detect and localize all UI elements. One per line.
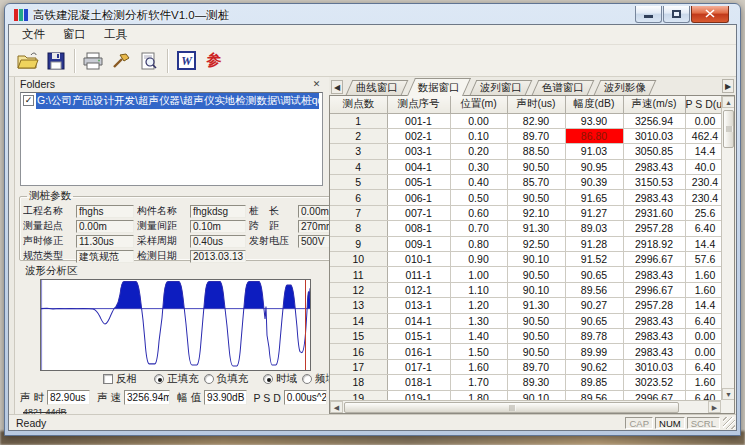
- table-cell[interactable]: 7: [330, 205, 387, 220]
- table-cell[interactable]: 6: [330, 190, 387, 205]
- table-cell[interactable]: 93.90: [565, 113, 623, 128]
- table-cell[interactable]: 6.40: [685, 313, 725, 328]
- table-cell[interactable]: 6.40: [685, 359, 725, 374]
- table-cell[interactable]: 90.50: [507, 159, 565, 174]
- tab-1[interactable]: 数据窗口: [407, 78, 471, 96]
- open-file-button[interactable]: [14, 48, 42, 74]
- table-cell[interactable]: 16: [330, 344, 387, 359]
- table-cell[interactable]: 014-1: [387, 313, 450, 328]
- scroll-up-icon[interactable]: ▲: [722, 96, 735, 108]
- table-cell[interactable]: 2957.28: [623, 298, 685, 313]
- table-cell[interactable]: 017-1: [387, 359, 450, 374]
- table-row[interactable]: 9009-10.8092.5091.282918.9214.4: [330, 236, 725, 251]
- table-cell[interactable]: 9: [330, 236, 387, 251]
- maximize-button[interactable]: [663, 6, 690, 23]
- table-cell[interactable]: 1.10: [450, 282, 507, 297]
- table-cell[interactable]: 0.00: [685, 113, 725, 128]
- table-cell[interactable]: 0.40: [450, 175, 507, 190]
- table-cell[interactable]: 1.60: [685, 282, 725, 297]
- table-cell[interactable]: 90.50: [507, 328, 565, 343]
- table-cell[interactable]: 1.60: [450, 359, 507, 374]
- reading-value-box[interactable]: 93.90dB: [204, 390, 246, 405]
- table-cell[interactable]: 1.60: [685, 375, 725, 390]
- table-cell[interactable]: 0.60: [450, 205, 507, 220]
- table-cell[interactable]: 5: [330, 175, 387, 190]
- option-radio-2[interactable]: 负填充: [204, 372, 249, 386]
- table-row[interactable]: 17017-11.6089.7090.623010.036.40: [330, 359, 725, 374]
- table-cell[interactable]: 90.10: [507, 252, 565, 267]
- table-cell[interactable]: 2918.92: [623, 236, 685, 251]
- table-cell[interactable]: 6.40: [685, 221, 725, 236]
- tab-scroll-right-icon[interactable]: ▶: [722, 79, 734, 93]
- scroll-left-icon[interactable]: ◀: [330, 401, 343, 413]
- folder-list[interactable]: ✓G:\公司产品设计开发\超声仪器\超声仪实地检测数据\调试桩qd\qd03\q…: [20, 92, 323, 186]
- table-cell[interactable]: 8: [330, 221, 387, 236]
- table-cell[interactable]: 1.20: [450, 298, 507, 313]
- table-cell[interactable]: 57.6: [685, 252, 725, 267]
- table-row[interactable]: 13013-11.2091.3090.272957.2814.4: [330, 298, 725, 313]
- column-header[interactable]: 位置(m): [450, 96, 507, 113]
- table-cell[interactable]: 92.50: [507, 236, 565, 251]
- menu-item-0[interactable]: 文件: [13, 25, 54, 44]
- table-row[interactable]: 4004-10.3090.5090.952983.4340.0: [330, 159, 725, 174]
- table-row[interactable]: 18018-11.7089.3089.853023.521.60: [330, 375, 725, 390]
- option-radio-1[interactable]: 正填充: [154, 372, 199, 386]
- table-cell[interactable]: 011-1: [387, 267, 450, 282]
- table-cell[interactable]: 90.50: [507, 267, 565, 282]
- close-button[interactable]: [691, 6, 729, 23]
- table-cell[interactable]: 91.30: [507, 298, 565, 313]
- table-cell[interactable]: 86.80: [565, 128, 623, 143]
- table-cell[interactable]: 2: [330, 128, 387, 143]
- table-cell[interactable]: 4: [330, 159, 387, 174]
- table-cell[interactable]: 009-1: [387, 236, 450, 251]
- column-header[interactable]: 幅度(dB): [565, 96, 623, 113]
- resize-grip[interactable]: [723, 417, 735, 429]
- print-button[interactable]: [79, 48, 107, 74]
- table-cell[interactable]: 010-1: [387, 252, 450, 267]
- column-header[interactable]: 声速(m/s): [623, 96, 685, 113]
- table-cell[interactable]: 007-1: [387, 205, 450, 220]
- column-header[interactable]: 测点序号: [387, 96, 450, 113]
- vertical-scrollbar[interactable]: ▲ ▼: [721, 96, 734, 400]
- table-cell[interactable]: 1.50: [450, 344, 507, 359]
- table-cell[interactable]: 0.10: [450, 128, 507, 143]
- table-cell[interactable]: 91.65: [565, 190, 623, 205]
- report-tool-button[interactable]: [107, 48, 135, 74]
- table-cell[interactable]: 18: [330, 375, 387, 390]
- table-cell[interactable]: 15: [330, 328, 387, 343]
- menu-item-1[interactable]: 窗口: [54, 25, 95, 44]
- scroll-right-icon[interactable]: ▶: [708, 401, 721, 413]
- word-export-button[interactable]: W: [172, 48, 200, 74]
- reading-value-box[interactable]: 82.90us: [47, 390, 90, 405]
- table-row[interactable]: 2002-10.1089.7086.803010.03462.4: [330, 128, 725, 143]
- table-cell[interactable]: 462.4: [685, 128, 725, 143]
- parameters-button[interactable]: 参: [200, 48, 228, 74]
- menu-item-2[interactable]: 工具: [95, 25, 136, 44]
- table-cell[interactable]: 90.50: [507, 344, 565, 359]
- table-cell[interactable]: 1.30: [450, 313, 507, 328]
- table-cell[interactable]: 91.03: [565, 144, 623, 159]
- table-cell[interactable]: 006-1: [387, 190, 450, 205]
- table-cell[interactable]: 82.90: [507, 113, 565, 128]
- table-cell[interactable]: 230.4: [685, 190, 725, 205]
- table-cell[interactable]: 89.78: [565, 328, 623, 343]
- table-cell[interactable]: 89.03: [565, 221, 623, 236]
- table-cell[interactable]: 0.30: [450, 159, 507, 174]
- table-cell[interactable]: 230.4: [685, 175, 725, 190]
- table-cell[interactable]: 2957.28: [623, 221, 685, 236]
- table-cell[interactable]: 17: [330, 359, 387, 374]
- table-cell[interactable]: 14.4: [685, 298, 725, 313]
- table-cell[interactable]: 89.99: [565, 344, 623, 359]
- table-cell[interactable]: 3150.53: [623, 175, 685, 190]
- table-cell[interactable]: 003-1: [387, 144, 450, 159]
- table-cell[interactable]: 008-1: [387, 221, 450, 236]
- table-cell[interactable]: 0.00: [450, 113, 507, 128]
- table-cell[interactable]: 88.50: [507, 144, 565, 159]
- table-cell[interactable]: 10: [330, 252, 387, 267]
- table-cell[interactable]: 89.70: [507, 359, 565, 374]
- table-cell[interactable]: 90.62: [565, 359, 623, 374]
- table-cell[interactable]: 92.10: [507, 205, 565, 220]
- waveform-plot[interactable]: [40, 279, 311, 371]
- table-row[interactable]: 10010-10.9090.1091.522996.6757.6: [330, 252, 725, 267]
- folder-checkbox[interactable]: ✓: [23, 95, 34, 106]
